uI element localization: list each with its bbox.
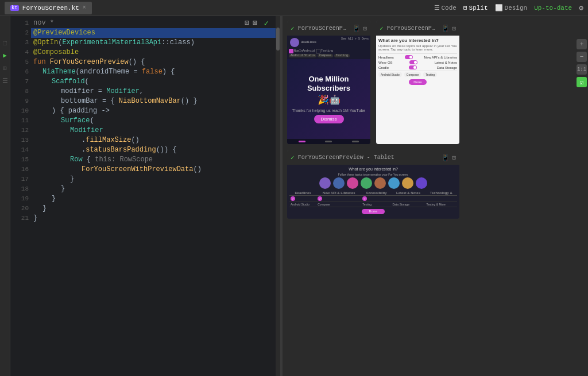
check-icon-2: ✓ xyxy=(380,25,384,32)
structure-icon[interactable]: ☰ xyxy=(1,77,9,85)
tablet-icon-2: ⊡ xyxy=(452,25,456,32)
code-line: .statusBarsPadding()) { xyxy=(31,145,280,155)
code-line: @Composable xyxy=(31,48,280,57)
code-editor[interactable]: 12345 678910 1112131415 1617181920 21 no… xyxy=(10,16,280,376)
split-icon: ⊟ xyxy=(463,4,467,11)
nav-bookmarks xyxy=(325,141,332,142)
code-view-button[interactable]: ☰ Code xyxy=(434,4,457,11)
avatar-7 xyxy=(402,177,413,189)
preview-card-content-tablet: What are you interested in? Follow these… xyxy=(287,165,459,219)
preview-card-2: ✓ ForYouScreenPreview... 📱 ⊡ What are yo… xyxy=(376,21,459,144)
code-line: nov * xyxy=(31,18,280,28)
settings-divider xyxy=(378,53,457,54)
scroll-indicator[interactable] xyxy=(276,16,280,376)
preview-card-header-1: ✓ ForYouScreenPreview ... 📱 ⊡ xyxy=(287,21,370,36)
preview-card-tablet: ✓ ForYouScreenPreview - Tablet 📱 ⊡ What … xyxy=(287,150,459,219)
fit-button[interactable]: ☑ xyxy=(577,77,587,87)
device-icons-1: 📱 ⊡ xyxy=(353,25,367,32)
milestone-subtitle: Thanks for helping us reach 1M YouTube xyxy=(292,108,365,113)
code-line: } xyxy=(31,204,280,214)
layout-icon[interactable]: ⊞ xyxy=(1,64,9,72)
preview-title-1: ForYouScreenPreview ... xyxy=(298,25,350,32)
avatar-3 xyxy=(347,177,358,189)
bookmark-icon[interactable]: ⬚ xyxy=(1,39,9,47)
tablet-icon: ⊡ xyxy=(363,25,367,32)
code-panel: 12345 678910 1112131415 1617181920 21 no… xyxy=(10,16,280,376)
tablet-done-button: Done xyxy=(362,209,385,214)
preview-right-controls: + − 1:1 ☑ xyxy=(577,39,587,87)
ratio-button[interactable]: 1:1 xyxy=(577,64,587,75)
split-container: 12345 678910 1112131415 1617181920 21 no… xyxy=(10,16,588,376)
settings-preview: What are you interested in? Updates on t… xyxy=(376,36,459,144)
zoom-out-button[interactable]: − xyxy=(577,52,587,62)
design-view-button[interactable]: ⬜ Design xyxy=(495,4,528,11)
main-tab[interactable]: kt ForYouScreen.kt × xyxy=(5,2,92,14)
tablet-preview: What are you interested in? Follow these… xyxy=(287,165,459,219)
tab-label: ForYouScreen.kt xyxy=(22,5,79,11)
code-text: nov * @PreviewDevices @OptIn(Experimenta… xyxy=(31,16,280,376)
code-line: } xyxy=(31,214,280,223)
code-line: .fillMaxSize() xyxy=(31,135,280,145)
preview-icon[interactable]: ▶ xyxy=(1,52,9,60)
tablet-icon-tablet: ⊡ xyxy=(452,154,456,161)
settings-title: What are you interested in? xyxy=(378,38,457,43)
preview-title-2: ForYouScreenPreview... xyxy=(387,25,439,32)
settings-subtitle: Updates on these topics will appear in y… xyxy=(378,44,457,51)
debug-icon[interactable]: ⊠ xyxy=(253,18,257,28)
preview-row-bottom: ✓ ForYouScreenPreview - Tablet 📱 ⊡ What … xyxy=(287,150,583,219)
tablet-header: What are you interested in? xyxy=(289,167,457,171)
settings-row-3: Gradle Data Storage xyxy=(378,65,457,69)
nav-interests xyxy=(352,141,359,142)
avatar-5 xyxy=(374,177,386,189)
preview-card-content-1: Headlines See All + 5 Devs NowInAndroid xyxy=(287,36,370,144)
tab-close-button[interactable]: × xyxy=(83,5,86,11)
phone-icon-tablet: 📱 xyxy=(442,154,450,161)
preview-panel: ✓ ForYouScreenPreview ... 📱 ⊡ xyxy=(283,16,588,376)
code-line: ) { padding -> xyxy=(31,106,280,116)
nav-home xyxy=(299,141,305,142)
line-numbers: 12345 678910 1112131415 1617181920 21 xyxy=(10,16,31,226)
milestone-title-line1: One Million xyxy=(308,75,349,84)
top-bar-left: kt ForYouScreen.kt × xyxy=(5,2,92,14)
settings-row-1: Headlines New API's & Libraries xyxy=(378,55,457,59)
code-line: } xyxy=(31,184,280,194)
avatar-8 xyxy=(416,177,427,189)
scroll-thumb[interactable] xyxy=(276,28,280,51)
code-line: Modifier xyxy=(31,126,280,135)
code-line: NiaTheme(androidTheme = false) { xyxy=(31,67,280,77)
preview-content: ✓ ForYouScreenPreview ... 📱 ⊡ xyxy=(283,16,588,376)
toggle-gradle[interactable] xyxy=(409,65,417,69)
tablet-avatar-row xyxy=(289,177,457,189)
preview-card-1: ✓ ForYouScreenPreview ... 📱 ⊡ xyxy=(287,21,370,144)
device-icons-tablet: 📱 ⊡ xyxy=(442,154,456,161)
code-line: } xyxy=(31,194,280,204)
code-toolbar-icons: ⊡ ⊠ xyxy=(245,18,257,28)
top-bar: kt ForYouScreen.kt × ☰ Code ⊟ Split ⬜ De… xyxy=(0,0,588,16)
code-line: Row { this: RowScope xyxy=(31,155,280,165)
check-icon-1: ✓ xyxy=(291,25,295,32)
kotlin-icon: kt xyxy=(10,5,19,11)
check-icon-tablet: ✓ xyxy=(291,154,295,161)
preview-title-tablet: ForYouScreenPreview - Tablet xyxy=(298,154,439,161)
main-layout: ⬚ ▶ ⊞ ☰ 12345 678910 1112131415 16171819… xyxy=(0,16,588,376)
phone-preview-1: Headlines See All + 5 Devs NowInAndroid xyxy=(287,36,370,144)
code-line-annotation: @PreviewDevices xyxy=(31,28,280,38)
code-line: Surface( xyxy=(31,116,280,126)
run-icon[interactable]: ⊡ xyxy=(245,18,249,28)
avatar-2 xyxy=(333,177,345,189)
settings-icon[interactable]: ⚙ xyxy=(579,3,583,13)
code-line: @OptIn(ExperimentalMaterial3Api::class) xyxy=(31,38,280,48)
code-line: } xyxy=(31,175,280,184)
split-view-button[interactable]: ⊟ Split xyxy=(463,4,488,11)
toggle-headlines[interactable] xyxy=(405,55,413,59)
avatar-4 xyxy=(361,177,372,189)
bottom-nav-bar xyxy=(287,139,370,144)
preview-card-header-2: ✓ ForYouScreenPreview... 📱 ⊡ xyxy=(376,21,459,36)
toggle-wearos[interactable] xyxy=(409,60,417,64)
dismiss-button: Dismiss xyxy=(314,115,344,123)
zoom-in-button[interactable]: + xyxy=(577,39,587,49)
phone-icon: 📱 xyxy=(353,25,361,32)
code-icon: ☰ xyxy=(434,4,440,11)
code-line: fun ForYouScreenPreview() { xyxy=(31,57,280,67)
tablet-topics-table: Headlines New API & Libraries Accessibil… xyxy=(289,191,457,207)
